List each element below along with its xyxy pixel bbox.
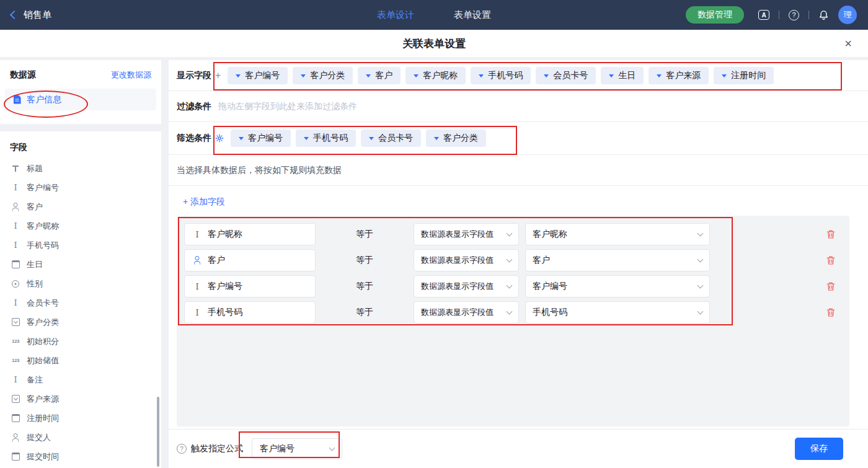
- rule-target-select[interactable]: 手机号码: [525, 301, 710, 324]
- screen-field-pill[interactable]: 客户分类: [426, 130, 486, 147]
- divider: [779, 11, 779, 19]
- back-label[interactable]: 销售单: [24, 9, 51, 21]
- tab-form-settings[interactable]: 表单设置: [454, 9, 491, 21]
- dropdown-arrow-icon: [366, 74, 371, 77]
- sidebar-field-item[interactable]: 客户昵称: [0, 216, 161, 236]
- field-label: 手机号码: [27, 240, 59, 251]
- save-button[interactable]: 保存: [795, 438, 843, 460]
- trigger-formula-select[interactable]: 客户编号: [252, 438, 342, 459]
- dropdown-arrow-icon: [479, 74, 484, 77]
- fill-rules-area: + 添加字段 客户昵称 等于 数据源表显示字段值 客户昵称 客户 等于 数据源表…: [169, 186, 868, 426]
- screen-condition-row: 筛选条件 客户编号 手机号码 会员卡号 客户分类: [169, 122, 868, 155]
- display-field-pill[interactable]: 客户: [358, 67, 401, 84]
- sidebar-field-item[interactable]: 标题: [0, 159, 161, 178]
- display-field-pill[interactable]: 客户分类: [293, 67, 353, 84]
- sidebar-field-item[interactable]: 手机号码: [0, 236, 161, 255]
- add-field-link[interactable]: + 添加字段: [183, 196, 225, 208]
- rule-operator: 等于: [356, 229, 374, 240]
- display-field-pill[interactable]: 会员卡号: [536, 67, 596, 84]
- rule-field-box[interactable]: 手机号码: [184, 301, 316, 324]
- rule-row: 客户编号 等于 数据源表显示字段值 客户编号: [184, 275, 842, 298]
- delete-rule-icon[interactable]: [826, 229, 836, 239]
- dropdown-arrow-icon: [544, 74, 549, 77]
- chevron-down-icon: [507, 282, 513, 288]
- rule-source-select[interactable]: 数据源表显示字段值: [414, 275, 519, 298]
- dropdown-arrow-icon: [414, 74, 418, 77]
- field-type-icon: [11, 260, 20, 270]
- sidebar-field-item[interactable]: 初始储值: [0, 351, 161, 370]
- data-manage-button[interactable]: 数据管理: [686, 6, 744, 24]
- dropdown-arrow-icon: [369, 137, 374, 140]
- sidebar-field-item[interactable]: 性别: [0, 274, 161, 293]
- field-label: 注册时间: [27, 413, 59, 424]
- screen-field-pills: 客户编号 手机号码 会员卡号 客户分类: [231, 130, 486, 147]
- sidebar-field-item[interactable]: 注册时间: [0, 408, 161, 428]
- sidebar-field-item[interactable]: 备注: [0, 370, 161, 389]
- divider: [808, 11, 809, 19]
- field-type-icon: [192, 229, 202, 239]
- field-label: 客户编号: [27, 182, 59, 193]
- sidebar-field-item[interactable]: 客户分类: [0, 312, 161, 332]
- field-type-icon: [192, 281, 202, 291]
- rule-source-select[interactable]: 数据源表显示字段值: [414, 249, 519, 272]
- filter-dropzone[interactable]: 拖动左侧字段到此处来添加过滤条件: [218, 101, 868, 112]
- close-icon[interactable]: ×: [844, 37, 852, 50]
- display-field-pill[interactable]: 客户来源: [649, 67, 709, 84]
- sidebar-field-item[interactable]: 提交时间: [0, 447, 161, 466]
- rule-field-box[interactable]: 客户: [184, 249, 316, 272]
- sidebar-field-item[interactable]: 生日: [0, 255, 161, 274]
- field-type-icon: [11, 433, 20, 443]
- topbar-actions: 数据管理 A ? 理: [686, 6, 857, 24]
- rule-target-select[interactable]: 客户昵称: [525, 223, 710, 245]
- field-label: 生日: [27, 259, 43, 270]
- field-type-icon: [11, 221, 20, 231]
- translate-icon[interactable]: A: [758, 10, 769, 20]
- sidebar-field-item[interactable]: 客户来源: [0, 389, 161, 408]
- rule-operator: 等于: [356, 281, 374, 292]
- back-nav[interactable]: 销售单: [11, 9, 51, 21]
- rule-source-select[interactable]: 数据源表显示字段值: [414, 223, 519, 245]
- sidebar-field-item[interactable]: 提交人: [0, 428, 161, 447]
- sidebar-field-item[interactable]: 客户编号: [0, 178, 161, 197]
- display-field-pill[interactable]: 手机号码: [471, 67, 531, 84]
- datasource-title: 数据源: [10, 69, 36, 81]
- delete-rule-icon[interactable]: [826, 255, 836, 265]
- rule-field-box[interactable]: 客户昵称: [184, 223, 316, 245]
- chevron-down-icon: [507, 308, 513, 314]
- sidebar-field-item[interactable]: 会员卡号: [0, 293, 161, 312]
- question-circle-icon[interactable]: ?: [177, 444, 187, 454]
- delete-rule-icon[interactable]: [826, 307, 836, 317]
- rule-field-box[interactable]: 客户编号: [184, 275, 316, 298]
- back-chevron-icon[interactable]: [10, 11, 19, 19]
- screen-field-pill[interactable]: 手机号码: [296, 130, 356, 147]
- display-field-pill[interactable]: 生日: [601, 67, 644, 84]
- sidebar-scrollbar[interactable]: [157, 397, 159, 467]
- field-type-icon: [192, 255, 202, 265]
- add-display-field-button[interactable]: +: [215, 70, 221, 81]
- field-label: 客户分类: [27, 317, 59, 328]
- display-field-pill[interactable]: 客户编号: [228, 67, 288, 84]
- bottom-bar: ? 触发指定公式 客户编号 保存: [169, 429, 868, 468]
- display-field-pill[interactable]: 注册时间: [714, 67, 774, 84]
- rule-row: 客户昵称 等于 数据源表显示字段值 客户昵称: [184, 223, 842, 245]
- field-label: 客户昵称: [27, 221, 59, 232]
- field-type-icon: [11, 394, 20, 404]
- notification-bell-icon[interactable]: [818, 10, 829, 20]
- help-icon[interactable]: ?: [789, 10, 799, 20]
- delete-rule-icon[interactable]: [826, 281, 836, 291]
- field-label: 备注: [27, 374, 43, 386]
- sidebar-field-item[interactable]: 初始积分: [0, 332, 161, 351]
- screen-field-pill[interactable]: 客户编号: [231, 130, 291, 147]
- rule-source-select[interactable]: 数据源表显示字段值: [414, 301, 519, 324]
- rule-target-select[interactable]: 客户: [525, 249, 710, 272]
- gear-icon[interactable]: [215, 134, 224, 143]
- change-datasource-link[interactable]: 更改数据源: [111, 69, 151, 81]
- screen-field-pill[interactable]: 会员卡号: [361, 130, 421, 147]
- sidebar-field-item[interactable]: 客户: [0, 197, 161, 216]
- avatar[interactable]: 理: [838, 6, 857, 24]
- tab-form-design[interactable]: 表单设计: [377, 9, 414, 21]
- rule-target-select[interactable]: 客户编号: [525, 275, 710, 298]
- display-field-pill[interactable]: 客户昵称: [405, 67, 466, 84]
- rule-row: 手机号码 等于 数据源表显示字段值 手机号码: [184, 301, 842, 324]
- datasource-item[interactable]: 客户信息: [5, 89, 156, 110]
